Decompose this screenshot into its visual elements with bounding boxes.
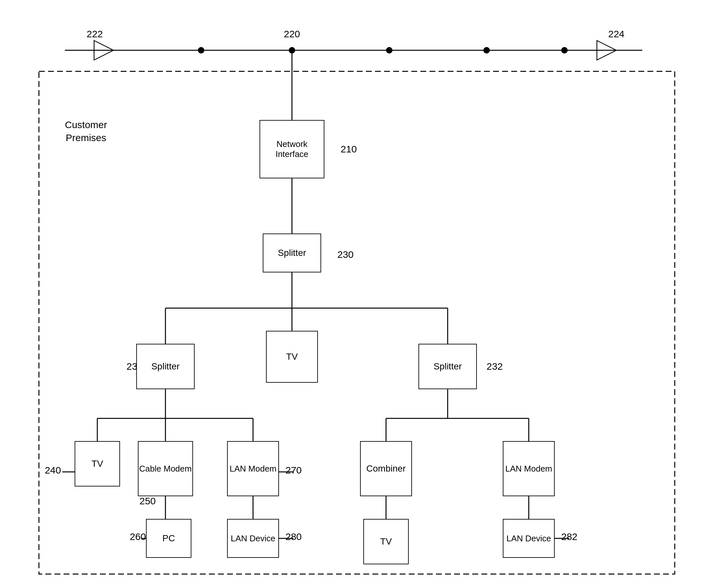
label-210: 210 [340,144,357,155]
label-280: 280 [285,531,302,542]
splitter-right-box: Splitter [419,344,477,389]
label-232: 232 [487,361,503,372]
label-282: 282 [561,531,577,542]
label-customer-premises: Customer [65,119,107,130]
tv-main-box: TV [266,331,318,383]
label-260: 260 [130,531,146,542]
label-230: 230 [337,249,354,260]
pc-box: PC [146,519,191,558]
tv-left-box: TV [75,441,120,487]
svg-point-6 [483,47,490,53]
label-270: 270 [285,465,302,476]
label-customer-premises-2: Premises [65,132,106,143]
svg-point-3 [198,47,204,53]
label-224: 224 [608,29,625,39]
tv-right-box: TV [363,519,409,564]
label-240: 240 [45,465,61,476]
lan-modem-left-box: LAN Modem [227,441,279,496]
combiner-box: Combiner [360,441,412,496]
label-250: 250 [140,496,156,506]
lan-device-right-box: LAN Device [503,519,555,558]
label-220: 220 [284,29,300,39]
lan-device-left-box: LAN Device [227,519,279,558]
label-222: 222 [86,29,103,39]
cable-modem-box: Cable Modem [138,441,193,496]
splitter-left-box: Splitter [136,344,195,389]
splitter-main-box: Splitter [263,234,321,272]
lan-modem-right-box: LAN Modem [503,441,555,496]
network-interface-box: Network Interface [259,120,324,179]
svg-point-7 [561,47,568,53]
svg-point-5 [386,47,393,53]
